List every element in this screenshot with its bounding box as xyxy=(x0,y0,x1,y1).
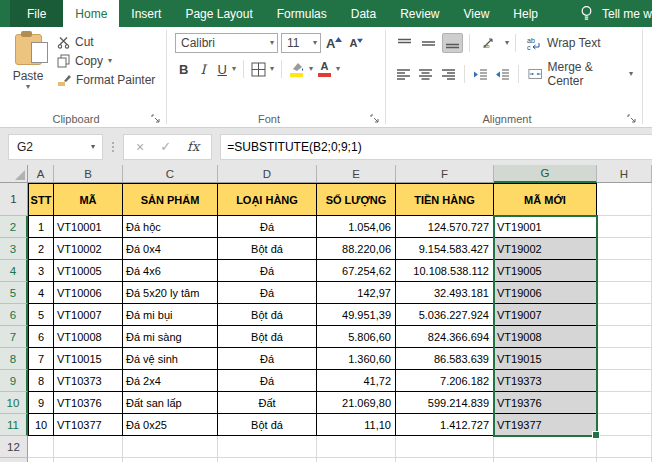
cell-A1[interactable]: STT xyxy=(28,183,54,216)
font-color-button[interactable]: A xyxy=(317,61,332,77)
row-header-3[interactable]: 3 xyxy=(0,238,28,260)
tab-data[interactable]: Data xyxy=(339,0,388,27)
cell-G5[interactable]: VT19006 xyxy=(494,282,597,304)
increase-font-size-button[interactable]: A xyxy=(324,36,344,51)
underline-button[interactable]: U xyxy=(214,62,228,77)
cell-G8[interactable]: VT19015 xyxy=(494,348,597,370)
name-box[interactable]: G2 ▾ xyxy=(8,134,103,160)
cell-H5[interactable] xyxy=(597,282,652,304)
cell-D8[interactable]: Đá xyxy=(218,348,317,370)
row-header-9[interactable]: 9 xyxy=(0,370,28,392)
cell-B4[interactable]: VT10005 xyxy=(54,260,123,282)
cell-H8[interactable] xyxy=(597,348,652,370)
cell-H4[interactable] xyxy=(597,260,652,282)
underline-dropdown-caret[interactable]: ▾ xyxy=(232,65,236,73)
fill-color-button[interactable] xyxy=(289,62,305,77)
cancel-icon[interactable]: × xyxy=(136,139,144,155)
row-header-6[interactable]: 6 xyxy=(0,304,28,326)
cell-H9[interactable] xyxy=(597,370,652,392)
enter-icon[interactable]: ✓ xyxy=(160,139,171,154)
cell-E12[interactable] xyxy=(317,436,396,458)
cell-H13[interactable] xyxy=(597,458,652,462)
cell-D9[interactable]: Đá xyxy=(218,370,317,392)
decrease-indent-button[interactable] xyxy=(471,64,490,84)
column-header-B[interactable]: B xyxy=(54,165,123,183)
cell-B2[interactable]: VT10001 xyxy=(54,216,123,238)
column-header-G[interactable]: G xyxy=(494,165,597,183)
select-all-button[interactable] xyxy=(0,165,28,183)
cell-H7[interactable] xyxy=(597,326,652,348)
cell-C7[interactable]: Đá mi sàng xyxy=(123,326,218,348)
cell-A6[interactable]: 5 xyxy=(28,304,54,326)
row-header-13[interactable]: 13 xyxy=(0,458,28,462)
font-name-combobox[interactable]: Calibri ▾ xyxy=(175,33,278,53)
cell-B8[interactable]: VT10015 xyxy=(54,348,123,370)
cell-C8[interactable]: Đá vệ sinh xyxy=(123,348,218,370)
cell-D5[interactable]: Đá xyxy=(218,282,317,304)
tab-file[interactable]: File xyxy=(10,0,63,27)
clipboard-dialog-launcher-icon[interactable] xyxy=(151,114,161,124)
cell-C12[interactable] xyxy=(123,436,218,458)
cell-E3[interactable]: 88.220,06 xyxy=(317,238,396,260)
orientation-caret[interactable]: ▾ xyxy=(505,39,509,47)
cell-H3[interactable] xyxy=(597,238,652,260)
row-header-11[interactable]: 11 xyxy=(0,414,28,436)
italic-button[interactable]: I xyxy=(196,62,209,77)
cell-H1[interactable] xyxy=(597,183,652,216)
cell-E9[interactable]: 41,72 xyxy=(317,370,396,392)
cell-B9[interactable]: VT10373 xyxy=(54,370,123,392)
merge-center-caret[interactable]: ▾ xyxy=(629,70,633,78)
cell-C10[interactable]: Đất san lấp xyxy=(123,392,218,414)
cell-F11[interactable]: 1.412.727 xyxy=(396,414,494,436)
cell-B5[interactable]: VT10006 xyxy=(54,282,123,304)
cell-E11[interactable]: 11,10 xyxy=(317,414,396,436)
cell-D13[interactable] xyxy=(218,458,317,462)
row-header-10[interactable]: 10 xyxy=(0,392,28,414)
top-align-button[interactable] xyxy=(394,33,415,53)
column-header-E[interactable]: E xyxy=(317,165,396,183)
cell-E8[interactable]: 1.360,60 xyxy=(317,348,396,370)
row-header-4[interactable]: 4 xyxy=(0,260,28,282)
tab-help[interactable]: Help xyxy=(501,0,550,27)
column-header-D[interactable]: D xyxy=(218,165,317,183)
cell-G1[interactable]: MÃ MỚI xyxy=(494,183,597,216)
borders-icon[interactable] xyxy=(251,62,266,77)
cell-D1[interactable]: LOẠI HÀNG xyxy=(218,183,317,216)
font-dialog-launcher-icon[interactable] xyxy=(370,114,380,124)
tell-me-box[interactable]: Tell me w xyxy=(580,0,652,27)
cell-E2[interactable]: 1.054,06 xyxy=(317,216,396,238)
cell-D11[interactable]: Bột đá xyxy=(218,414,317,436)
cell-F5[interactable]: 32.493.181 xyxy=(396,282,494,304)
cell-G3[interactable]: VT19002 xyxy=(494,238,597,260)
column-header-C[interactable]: C xyxy=(123,165,218,183)
cell-G2[interactable]: VT19001 xyxy=(494,216,597,238)
increase-indent-button[interactable] xyxy=(493,64,512,84)
alignment-dialog-launcher-icon[interactable] xyxy=(627,114,637,124)
row-header-5[interactable]: 5 xyxy=(0,282,28,304)
cell-H10[interactable] xyxy=(597,392,652,414)
cell-C6[interactable]: Đá mi bụi xyxy=(123,304,218,326)
insert-function-icon[interactable]: fx xyxy=(187,139,199,154)
cell-A4[interactable]: 3 xyxy=(28,260,54,282)
cell-G12[interactable] xyxy=(494,436,597,458)
cell-B12[interactable] xyxy=(54,436,123,458)
cell-C13[interactable] xyxy=(123,458,218,462)
row-header-1[interactable]: 1 xyxy=(0,183,28,216)
cell-A12[interactable] xyxy=(28,436,54,458)
cell-F12[interactable] xyxy=(396,436,494,458)
cell-A8[interactable]: 7 xyxy=(28,348,54,370)
cell-A3[interactable]: 2 xyxy=(28,238,54,260)
cell-E13[interactable] xyxy=(317,458,396,462)
cell-B1[interactable]: MÃ xyxy=(54,183,123,216)
tab-page-layout[interactable]: Page Layout xyxy=(173,0,264,27)
font-color-caret[interactable]: ▾ xyxy=(336,65,340,73)
name-box-caret[interactable]: ▾ xyxy=(91,143,95,151)
wrap-text-button[interactable]: ab c Wrap Text xyxy=(524,35,604,51)
merge-center-button[interactable]: Merge & Center ▾ xyxy=(525,59,636,89)
cell-H12[interactable] xyxy=(597,436,652,458)
cell-C9[interactable]: Đá 2x4 xyxy=(123,370,218,392)
copy-dropdown-caret[interactable]: ▾ xyxy=(108,57,112,65)
cell-F10[interactable]: 599.214.839 xyxy=(396,392,494,414)
row-header-12[interactable]: 12 xyxy=(0,436,28,458)
decrease-font-size-button[interactable]: A xyxy=(347,37,365,49)
